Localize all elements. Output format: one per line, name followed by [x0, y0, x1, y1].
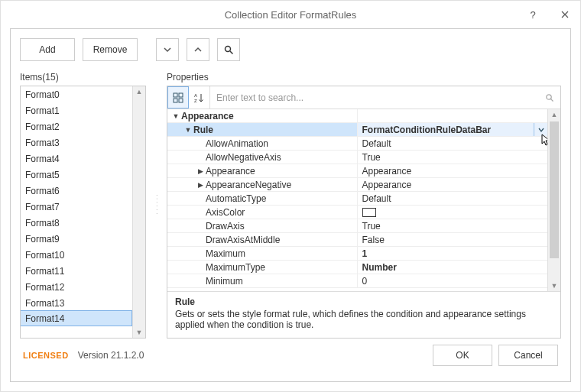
add-button[interactable]: Add	[20, 38, 75, 61]
list-item[interactable]: Format7	[21, 199, 132, 215]
expand-icon[interactable]: ▶	[195, 167, 206, 175]
collapse-icon[interactable]: ▼	[183, 126, 193, 134]
content-panel: Add Remove Items(15) Format0Format1Forma…	[10, 28, 571, 382]
list-item[interactable]: Format14	[21, 310, 132, 326]
close-icon	[561, 11, 569, 18]
property-value-cell[interactable]: Default	[358, 192, 548, 205]
property-value: 0	[362, 276, 368, 287]
property-value-cell[interactable]: 1	[358, 247, 548, 260]
property-grid-body[interactable]: ▼Appearance▼RuleFormatConditionRuleDataB…	[167, 109, 547, 291]
property-row[interactable]: ▶AppearanceAppearance	[167, 164, 547, 178]
scroll-up-icon[interactable]: ▲	[136, 88, 143, 96]
help-button[interactable]: ?	[522, 4, 544, 25]
search-icon	[224, 45, 234, 55]
property-name: DrawAxisAtMiddle	[206, 235, 280, 245]
svg-point-0	[225, 46, 230, 51]
splitter[interactable]: ······	[154, 72, 159, 339]
property-name: Rule	[193, 125, 213, 135]
property-value: Number	[362, 262, 397, 273]
list-item[interactable]: Format8	[21, 215, 132, 231]
items-scrollbar[interactable]: ▲ ▼	[132, 86, 145, 338]
property-name-cell: AutomaticType	[167, 192, 358, 205]
move-up-button[interactable]	[187, 38, 209, 61]
property-row[interactable]: Minimum0	[167, 274, 547, 288]
property-value-cell[interactable]: Number	[358, 261, 548, 274]
list-item[interactable]: Format1	[21, 102, 132, 118]
property-name: Appearance	[181, 111, 234, 121]
property-value-cell[interactable]: FormatConditionRuleDataBar	[358, 123, 548, 136]
list-item[interactable]: Format4	[21, 151, 132, 167]
search-toggle-button[interactable]	[217, 38, 240, 61]
expand-icon[interactable]: ▶	[195, 181, 206, 189]
color-swatch[interactable]	[362, 208, 376, 217]
list-item[interactable]: Format9	[21, 231, 132, 247]
property-value-cell[interactable]	[358, 206, 548, 219]
property-name-cell: AllowNegativeAxis	[167, 151, 358, 164]
list-item[interactable]: Format10	[21, 247, 132, 263]
property-value: False	[362, 235, 385, 245]
property-row[interactable]: ▼RuleFormatConditionRuleDataBar	[167, 123, 547, 137]
ok-button[interactable]: OK	[433, 345, 492, 366]
property-row[interactable]: ▼Appearance	[167, 109, 547, 123]
property-search-input[interactable]: Enter text to search...	[210, 86, 560, 109]
property-value-cell[interactable]: Appearance	[358, 164, 548, 177]
items-panel: Items(15) Format0Format1Format2Format3Fo…	[20, 72, 146, 339]
property-value-cell[interactable]: True	[358, 151, 548, 164]
categorized-button[interactable]	[167, 86, 189, 109]
property-row[interactable]: AutomaticTypeDefault	[167, 192, 547, 206]
property-value: Default	[362, 138, 391, 149]
property-row[interactable]: AllowNegativeAxisTrue	[167, 151, 547, 164]
items-list[interactable]: Format0Format1Format2Format3Format4Forma…	[21, 86, 132, 338]
property-name-cell: AxisColor	[167, 206, 358, 219]
property-grid-wrap: AZ Enter text to search... ▼Appearance▼R…	[167, 86, 561, 339]
property-row[interactable]: MaximumTypeNumber	[167, 261, 547, 274]
property-value-cell[interactable]	[358, 109, 548, 122]
property-row[interactable]: DrawAxisTrue	[167, 219, 547, 233]
list-item[interactable]: Format12	[21, 279, 132, 295]
property-row[interactable]: AxisColor	[167, 206, 547, 219]
scroll-up-icon[interactable]: ▲	[548, 109, 560, 120]
chevron-up-icon	[194, 46, 202, 53]
property-row[interactable]: DrawAxisAtMiddleFalse	[167, 233, 547, 247]
property-row[interactable]: ▶AppearanceNegativeAppearance	[167, 178, 547, 192]
property-name-cell: ▼Rule	[167, 123, 358, 136]
property-row[interactable]: Maximum1	[167, 247, 547, 261]
list-item[interactable]: Format13	[21, 295, 132, 311]
list-item[interactable]: Format5	[21, 167, 132, 183]
property-row[interactable]: AllowAnimationDefault	[167, 137, 547, 151]
scroll-thumb[interactable]	[550, 121, 559, 258]
svg-text:A: A	[194, 93, 197, 98]
property-value-cell[interactable]: Appearance	[358, 178, 548, 191]
property-name-cell: ▶Appearance	[167, 164, 358, 177]
move-down-button[interactable]	[156, 38, 179, 61]
search-icon	[545, 93, 554, 102]
items-list-wrap: Format0Format1Format2Format3Format4Forma…	[20, 86, 146, 339]
property-value-cell[interactable]: False	[358, 233, 548, 246]
list-item[interactable]: Format11	[21, 263, 132, 279]
property-value: Appearance	[362, 180, 412, 190]
property-name-cell: ▼Appearance	[167, 109, 358, 122]
close-button[interactable]	[554, 4, 576, 25]
list-item[interactable]: Format2	[21, 118, 132, 134]
property-value-cell[interactable]: 0	[358, 274, 548, 287]
scroll-down-icon[interactable]: ▼	[548, 280, 560, 291]
property-value-cell[interactable]: Default	[358, 137, 548, 150]
property-name: AllowAnimation	[206, 138, 268, 149]
version-label: Version 21.1.2.0	[78, 350, 144, 361]
property-scrollbar[interactable]: ▲ ▼	[547, 109, 560, 291]
property-name: AllowNegativeAxis	[206, 152, 281, 163]
list-item[interactable]: Format3	[21, 134, 132, 151]
dropdown-button[interactable]	[534, 123, 547, 136]
remove-button[interactable]: Remove	[83, 38, 138, 61]
svg-rect-2	[179, 93, 183, 97]
list-item[interactable]: Format0	[21, 86, 132, 102]
alphabetical-button[interactable]: AZ	[189, 86, 210, 109]
property-name: Appearance	[206, 166, 255, 177]
property-name: AutomaticType	[206, 193, 266, 204]
collapse-icon[interactable]: ▼	[170, 112, 181, 120]
list-item[interactable]: Format6	[21, 183, 132, 199]
scroll-down-icon[interactable]: ▼	[136, 329, 143, 336]
cancel-button[interactable]: Cancel	[498, 345, 558, 366]
ok-label: OK	[456, 350, 469, 361]
property-value-cell[interactable]: True	[358, 219, 548, 232]
